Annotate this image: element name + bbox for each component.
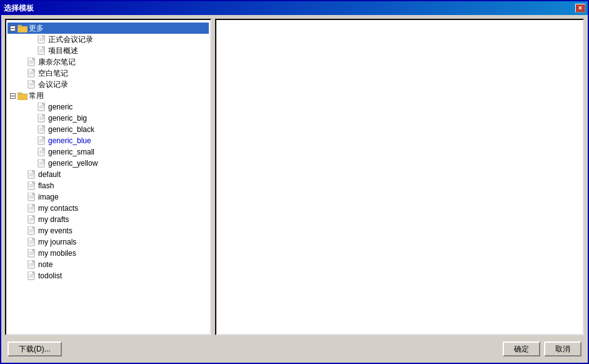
doc-icon <box>38 136 46 145</box>
doc-icon <box>28 170 36 179</box>
preview-panel <box>215 19 584 335</box>
doc-icon <box>28 260 36 269</box>
tree-item-generic_yellow[interactable]: generic_yellow <box>8 158 209 169</box>
expand-icon[interactable] <box>8 23 18 33</box>
tree-item-kangnaer-biji[interactable]: 康奈尔笔记 <box>8 56 209 68</box>
tree-item-zhengshi-huiyi-jilu[interactable]: 正式会议记录 <box>8 34 209 45</box>
folder-icon <box>18 24 28 33</box>
title-bar-controls: ✕ <box>575 4 585 13</box>
item-label-my-contacts: my contacts <box>38 203 78 214</box>
tree-item-huiyi-jilu[interactable]: 会议记录 <box>8 79 209 90</box>
item-label-kangnaer-biji: 康奈尔笔记 <box>38 56 76 68</box>
bottom-bar: 下载(D)... 确定 取消 <box>5 339 584 359</box>
doc-icon <box>28 238 36 246</box>
tree-item-my-contacts[interactable]: my contacts <box>8 203 209 214</box>
doc-icon <box>28 58 36 66</box>
confirm-button[interactable]: 确定 <box>503 341 540 356</box>
item-label-my-drafts: my drafts <box>38 214 69 225</box>
tree-item-generic[interactable]: generic <box>8 101 209 113</box>
tree-item-image[interactable]: image <box>8 191 209 203</box>
item-label-image: image <box>38 191 59 203</box>
tree-item-generic_blue[interactable]: generic_blue <box>8 135 209 146</box>
tree-item-my-drafts[interactable]: my drafts <box>8 214 209 225</box>
right-buttons: 确定 取消 <box>503 341 581 356</box>
expand-icon[interactable] <box>8 91 18 101</box>
window-title: 选择模板 <box>4 3 34 14</box>
item-label-generic_yellow: generic_yellow <box>48 158 98 169</box>
window-content: 更多 正式会议记录 项目概述 康奈尔笔记 空白笔记 <box>1 15 588 363</box>
tree-item-default[interactable]: default <box>8 169 209 180</box>
item-label-xiangmu-gaishu: 项目概述 <box>48 45 78 56</box>
doc-icon <box>28 249 36 258</box>
item-label-kongbai-biji: 空白笔记 <box>38 68 68 79</box>
close-button[interactable]: ✕ <box>575 4 585 13</box>
doc-icon <box>38 35 46 44</box>
item-label-generic_black: generic_black <box>48 124 94 135</box>
doc-icon <box>28 69 36 78</box>
item-label-my-mobiles: my mobiles <box>38 248 76 259</box>
tree-item-kongbai-biji[interactable]: 空白笔记 <box>8 68 209 79</box>
tree-item-changyong[interactable]: 常用 <box>8 90 209 101</box>
tree-item-my-journals[interactable]: my journals <box>8 236 209 248</box>
doc-icon <box>38 148 46 156</box>
item-label-zhengshi-huiyi-jilu: 正式会议记录 <box>48 34 93 45</box>
item-label-gengduo: 更多 <box>29 23 44 34</box>
svg-rect-2 <box>18 26 28 33</box>
tree-item-generic_small[interactable]: generic_small <box>8 146 209 158</box>
doc-icon <box>28 193 36 201</box>
doc-icon <box>28 80 36 89</box>
folder-icon <box>18 91 28 100</box>
doc-icon <box>28 271 36 280</box>
tree-item-todolist[interactable]: todolist <box>8 270 209 281</box>
item-label-huiyi-jilu: 会议记录 <box>38 79 68 90</box>
doc-icon <box>38 125 46 134</box>
item-label-generic_blue: generic_blue <box>48 135 91 146</box>
item-label-my-events: my events <box>38 225 73 236</box>
doc-icon <box>28 181 36 190</box>
main-area: 更多 正式会议记录 项目概述 康奈尔笔记 空白笔记 <box>5 19 584 335</box>
item-label-generic: generic <box>48 101 73 113</box>
item-label-note: note <box>38 259 53 270</box>
item-label-default: default <box>38 169 61 180</box>
doc-icon <box>38 46 46 55</box>
tree-item-flash[interactable]: flash <box>8 180 209 191</box>
download-button[interactable]: 下载(D)... <box>8 341 62 356</box>
item-label-todolist: todolist <box>38 270 62 281</box>
tree-item-note[interactable]: note <box>8 259 209 270</box>
tree-item-my-mobiles[interactable]: my mobiles <box>8 248 209 259</box>
tree-item-generic_black[interactable]: generic_black <box>8 124 209 135</box>
doc-icon <box>28 204 36 213</box>
item-label-generic_small: generic_small <box>48 146 94 158</box>
tree-item-my-events[interactable]: my events <box>8 225 209 236</box>
tree-panel[interactable]: 更多 正式会议记录 项目概述 康奈尔笔记 空白笔记 <box>5 19 211 335</box>
doc-icon <box>38 159 46 168</box>
doc-icon <box>38 114 46 123</box>
item-label-changyong: 常用 <box>29 90 44 101</box>
svg-rect-27 <box>18 93 22 94</box>
doc-icon <box>38 103 46 111</box>
item-label-my-journals: my journals <box>38 236 76 248</box>
doc-icon <box>28 226 36 235</box>
tree-item-gengduo[interactable]: 更多 <box>8 23 209 34</box>
tree-item-generic_big[interactable]: generic_big <box>8 113 209 124</box>
tree-item-xiangmu-gaishu[interactable]: 项目概述 <box>8 45 209 56</box>
item-label-flash: flash <box>38 180 54 191</box>
item-label-generic_big: generic_big <box>48 113 87 124</box>
svg-rect-3 <box>18 25 22 27</box>
title-bar: 选择模板 ✕ <box>1 1 588 15</box>
cancel-button[interactable]: 取消 <box>544 341 581 356</box>
main-window: 选择模板 ✕ 更多 正式会议记录 项目概述 <box>0 0 589 364</box>
doc-icon <box>28 215 36 224</box>
svg-rect-26 <box>18 94 28 100</box>
